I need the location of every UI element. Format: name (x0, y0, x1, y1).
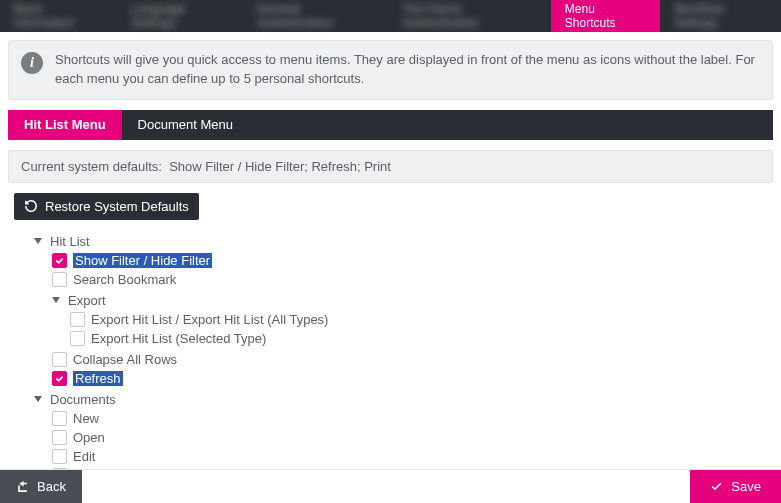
tree-leaf: Export Hit List (Selected Type) (70, 329, 773, 348)
save-label: Save (731, 479, 761, 494)
tree-group-label: Hit List (50, 234, 90, 249)
top-tab-label: Language Settings (132, 2, 229, 30)
tree-leaf-label[interactable]: Refresh (73, 371, 123, 386)
tree-leaf-label[interactable]: Search Bookmark (73, 272, 176, 287)
chevron-down-icon (34, 238, 42, 244)
tree-checkbox[interactable] (52, 253, 67, 268)
tree-group-header[interactable]: Hit List (34, 232, 773, 251)
restore-defaults-button[interactable]: Restore System Defaults (14, 193, 199, 220)
shortcut-tree: Hit ListShow Filter / Hide FilterSearch … (34, 232, 773, 503)
top-tab-2[interactable]: General Authentication (243, 0, 389, 32)
top-tab-label: Workflow Settings (674, 2, 767, 30)
tree-group-label: Export (68, 293, 106, 308)
tree-group-header[interactable]: Documents (34, 390, 773, 409)
top-tab-1[interactable]: Language Settings (118, 0, 243, 32)
chevron-down-icon (34, 396, 42, 402)
system-defaults-bar: Current system defaults: Show Filter / H… (8, 150, 773, 183)
top-tab-4[interactable]: Menu Shortcuts (551, 0, 660, 32)
tree-checkbox[interactable] (70, 312, 85, 327)
tree-leaf: Show Filter / Hide Filter (52, 251, 773, 270)
tree-leaf: Export Hit List / Export Hit List (All T… (70, 310, 773, 329)
defaults-value: Show Filter / Hide Filter; Refresh; Prin… (169, 159, 391, 174)
tree-leaf: Collapse All Rows (52, 350, 773, 369)
tree-checkbox[interactable] (52, 352, 67, 367)
tree-leaf-label[interactable]: Export Hit List / Export Hit List (All T… (91, 312, 328, 327)
undo-icon (24, 199, 38, 213)
footer-bar: Back Save (0, 469, 781, 503)
back-button[interactable]: Back (0, 470, 82, 504)
tree-leaf: Refresh (52, 369, 773, 388)
tree-checkbox[interactable] (52, 449, 67, 464)
check-icon (710, 480, 723, 493)
top-tab-3[interactable]: Two-Factor Authentication (388, 0, 550, 32)
defaults-label: Current system defaults: (21, 159, 162, 174)
chevron-down-icon (52, 297, 60, 303)
tree-group-header[interactable]: Export (52, 291, 773, 310)
info-text: Shortcuts will give you quick access to … (55, 51, 760, 89)
tree-checkbox[interactable] (52, 411, 67, 426)
tree-leaf: Search Bookmark (52, 270, 773, 289)
sub-tab-bar: Hit List MenuDocument Menu (8, 110, 773, 140)
tree-leaf: Edit (52, 447, 773, 466)
tree-leaf-label[interactable]: New (73, 411, 99, 426)
restore-defaults-label: Restore System Defaults (45, 199, 189, 214)
top-tab-label: Two-Factor Authentication (402, 2, 536, 30)
top-tab-label: Menu Shortcuts (565, 2, 646, 30)
back-icon (16, 480, 29, 493)
top-tab-label: General Authentication (257, 2, 375, 30)
tree-leaf: Open (52, 428, 773, 447)
tree-checkbox[interactable] (52, 272, 67, 287)
tree-leaf-label[interactable]: Export Hit List (Selected Type) (91, 331, 266, 346)
sub-tab-0[interactable]: Hit List Menu (8, 110, 122, 140)
tree-leaf-label[interactable]: Edit (73, 449, 95, 464)
tree-leaf: New (52, 409, 773, 428)
tree-checkbox[interactable] (70, 331, 85, 346)
back-label: Back (37, 479, 66, 494)
top-tab-0[interactable]: Basic Information (0, 0, 118, 32)
top-tab-bar: Basic InformationLanguage SettingsGenera… (0, 0, 781, 32)
tree-checkbox[interactable] (52, 371, 67, 386)
top-tab-label: Basic Information (14, 2, 104, 30)
top-tab-5[interactable]: Workflow Settings (660, 0, 781, 32)
info-banner: i Shortcuts will give you quick access t… (8, 40, 773, 100)
tree-group-label: Documents (50, 392, 116, 407)
tree-leaf-label[interactable]: Open (73, 430, 105, 445)
tree-leaf-label[interactable]: Collapse All Rows (73, 352, 177, 367)
tree-checkbox[interactable] (52, 430, 67, 445)
info-icon: i (21, 52, 43, 74)
save-button[interactable]: Save (690, 470, 781, 504)
tree-leaf-label[interactable]: Show Filter / Hide Filter (73, 253, 212, 268)
sub-tab-1[interactable]: Document Menu (122, 110, 249, 140)
